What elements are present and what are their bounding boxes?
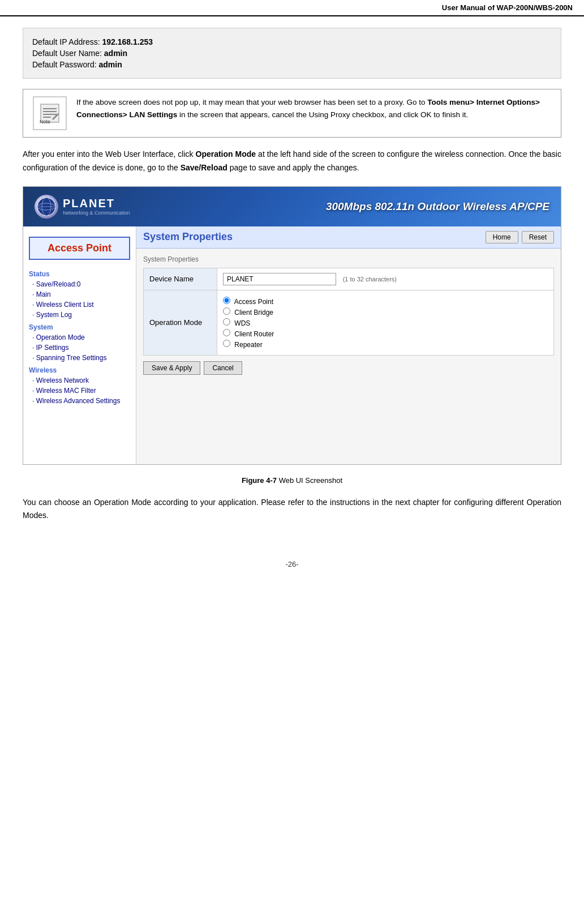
save-apply-button[interactable]: Save & Apply: [143, 361, 200, 375]
radio-wds[interactable]: WDS: [223, 318, 548, 327]
page-header: User Manual of WAP-200N/WBS-200N: [0, 0, 584, 16]
page-footer: -26-: [0, 543, 584, 580]
note-text-line1: If the above screen does not pop up, it …: [76, 98, 427, 106]
radio-wds-input[interactable]: [223, 318, 230, 326]
default-ip-label: Default IP Address:: [32, 37, 100, 46]
device-name-input[interactable]: [223, 273, 336, 285]
default-user-value: admin: [104, 49, 127, 58]
system-properties-table: Device Name (1 to 32 characters) Operati…: [143, 268, 554, 356]
radio-client-router-input[interactable]: [223, 329, 230, 336]
radio-client-bridge-input[interactable]: [223, 307, 230, 315]
sidebar-mode-badge: Access Point: [29, 237, 130, 260]
note-text-line3: in the screen that appears, cancel the U…: [177, 110, 468, 119]
footer-paragraph: You can choose an Operation Mode accordi…: [23, 496, 561, 523]
note-icon: Note: [33, 96, 67, 130]
device-name-label: Device Name: [144, 268, 217, 290]
header-buttons: Home Reset: [486, 231, 554, 243]
sidebar-item-ip-settings[interactable]: IP Settings: [23, 343, 136, 353]
planet-logo-icon: [35, 195, 58, 219]
radio-access-point[interactable]: Access Point: [223, 297, 548, 306]
default-pass-line: Default Password: admin: [32, 60, 552, 69]
default-pass-label: Default Password:: [32, 60, 97, 69]
default-user-line: Default User Name: admin: [32, 49, 552, 58]
cancel-button[interactable]: Cancel: [204, 361, 242, 375]
note-box: Note If the above screen does not pop up…: [23, 89, 561, 138]
sidebar-item-main[interactable]: Main: [23, 289, 136, 300]
router-ui-screenshot: PLANET Networking & Communication 300Mbp…: [23, 186, 561, 465]
page-number: -26-: [285, 560, 298, 568]
radio-client-router[interactable]: Client Router: [223, 329, 548, 338]
planet-logo-name: PLANET: [63, 197, 130, 210]
device-name-field-cell: (1 to 32 characters): [217, 268, 554, 290]
reset-button[interactable]: Reset: [522, 231, 554, 243]
default-ip-line: Default IP Address: 192.168.1.253: [32, 37, 552, 46]
sidebar-item-wireless-advanced[interactable]: Wireless Advanced Settings: [23, 396, 136, 406]
planet-logo-sub: Networking & Communication: [63, 210, 130, 216]
main-title: System Properties: [143, 231, 233, 243]
figure-label: Figure 4-7: [242, 476, 277, 485]
operation-mode-label: Operation Mode: [144, 290, 217, 355]
figure-caption: Figure 4-7 Web UI Screenshot: [23, 476, 561, 485]
radio-access-point-input[interactable]: [223, 297, 230, 304]
svg-text:Note: Note: [40, 119, 50, 125]
router-main-content: System Properties Home Reset System Prop…: [136, 226, 561, 464]
router-body: Access Point Status Save/Reload:0 Main W…: [23, 226, 561, 464]
body-paragraph: After you enter into the Web User Interf…: [23, 148, 561, 175]
sidebar-wireless-label: Wireless: [23, 363, 136, 375]
operation-mode-bold: Operation Mode: [196, 149, 256, 159]
router-sidebar: Access Point Status Save/Reload:0 Main W…: [23, 226, 136, 464]
note-icon-container: Note: [30, 96, 70, 130]
body-text-after: page to save and apply the changes.: [227, 163, 359, 172]
save-reload-bold: Save/Reload: [181, 163, 227, 172]
default-pass-value: admin: [99, 60, 122, 69]
form-section-title: System Properties: [143, 255, 554, 263]
planet-logo: PLANET Networking & Communication: [35, 195, 130, 219]
home-button[interactable]: Home: [486, 231, 518, 243]
planet-globe-icon: [36, 196, 57, 217]
document-title: User Manual of WAP-200N/WBS-200N: [442, 3, 573, 12]
sidebar-item-save-reload[interactable]: Save/Reload:0: [23, 279, 136, 289]
default-user-label: Default User Name:: [32, 49, 102, 58]
note-svg-icon: Note: [38, 102, 61, 125]
router-header: PLANET Networking & Communication 300Mbp…: [23, 187, 561, 226]
sidebar-item-operation-mode[interactable]: Operation Mode: [23, 332, 136, 343]
operation-mode-row: Operation Mode Access Point Client Bridg…: [144, 290, 554, 355]
form-area: System Properties Device Name (1 to 32 c…: [136, 249, 561, 382]
sidebar-item-system-log[interactable]: System Log: [23, 310, 136, 320]
sidebar-item-wireless-client-list[interactable]: Wireless Client List: [23, 300, 136, 310]
body-text-before-bold1: After you enter into the Web User Interf…: [23, 149, 196, 159]
sidebar-item-wireless-network[interactable]: Wireless Network: [23, 375, 136, 386]
radio-client-bridge[interactable]: Client Bridge: [223, 307, 548, 316]
form-buttons: Save & Apply Cancel: [143, 361, 554, 375]
radio-repeater[interactable]: Repeater: [223, 340, 548, 349]
sidebar-status-label: Status: [23, 267, 136, 279]
router-tagline: 300Mbps 802.11n Outdoor Wireless AP/CPE: [326, 200, 549, 213]
sidebar-item-wireless-mac-filter[interactable]: Wireless MAC Filter: [23, 386, 136, 396]
device-name-row: Device Name (1 to 32 characters): [144, 268, 554, 290]
planet-logo-text-block: PLANET Networking & Communication: [63, 197, 130, 216]
device-name-hint: (1 to 32 characters): [343, 276, 397, 283]
operation-mode-options-cell: Access Point Client Bridge WDS Client Ro…: [217, 290, 554, 355]
info-box: Default IP Address: 192.168.1.253 Defaul…: [23, 28, 561, 79]
default-ip-value: 192.168.1.253: [102, 37, 153, 46]
main-title-bar: System Properties Home Reset: [136, 226, 561, 249]
figure-description: Web UI Screenshot: [279, 476, 342, 485]
radio-repeater-input[interactable]: [223, 340, 230, 347]
note-text: If the above screen does not pop up, it …: [76, 96, 554, 130]
sidebar-item-spanning-tree[interactable]: Spanning Tree Settings: [23, 353, 136, 363]
sidebar-system-label: System: [23, 320, 136, 332]
